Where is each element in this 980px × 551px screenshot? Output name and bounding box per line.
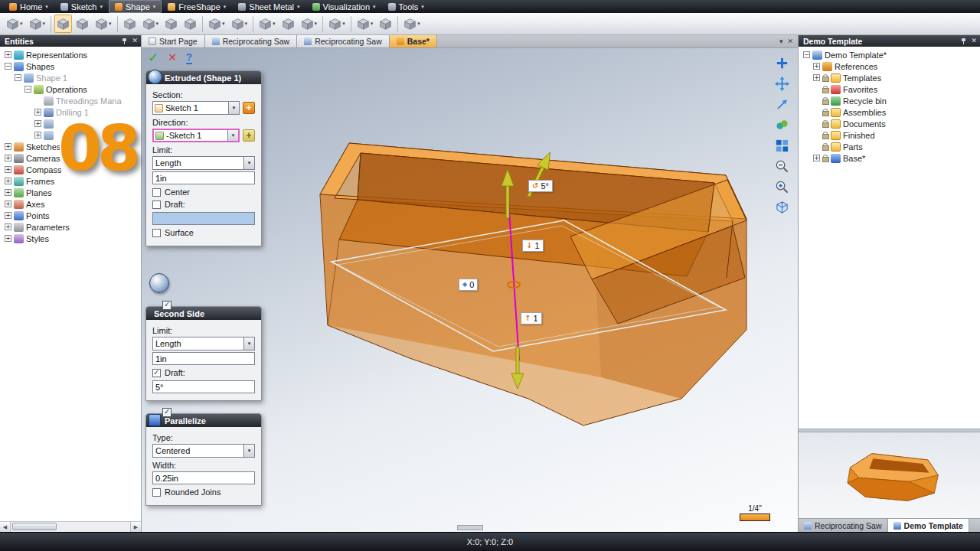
tool-button[interactable]: ▾ [54, 15, 72, 33]
viewport-3d[interactable]: ✓ ✕ ? Extruded (Shape 1) Section: [142, 48, 798, 532]
tool-button[interactable]: ▾ [253, 16, 253, 32]
display-mode-button[interactable] [773, 116, 790, 133]
tree-item[interactable]: Recycle bin [799, 95, 980, 106]
checkbox-checked[interactable] [152, 369, 161, 377]
second-side-enable-checkbox[interactable] [162, 301, 172, 310]
tree-expand-toggle[interactable]: + [5, 223, 11, 230]
project-tab[interactable]: Demo Template [888, 519, 969, 532]
tree-expand-toggle[interactable]: + [5, 235, 11, 242]
tree-item[interactable]: Threadings Mana [0, 95, 141, 106]
tree-expand-toggle[interactable]: + [5, 51, 11, 58]
dialog-header[interactable]: Extruded (Shape 1) [146, 71, 261, 84]
menu-item[interactable]: Visualization ▾ [306, 0, 382, 13]
tree-item[interactable]: − Demo Template* [799, 49, 980, 60]
tool-button[interactable]: ▾ [51, 16, 51, 32]
tool-button[interactable]: ▾ [401, 15, 423, 33]
tree-expand-toggle[interactable]: + [34, 120, 41, 127]
offset-handle-bottom[interactable]: ↑ 1 [521, 312, 542, 324]
flip-direction-button[interactable] [149, 273, 169, 293]
tool-button[interactable]: ▾ [397, 16, 398, 32]
scrollbar-thumb[interactable] [12, 523, 57, 530]
project-tab[interactable]: Reciprocating Saw [799, 519, 888, 532]
tree-item[interactable]: Parts [799, 141, 980, 152]
tree-expand-toggle[interactable]: + [5, 178, 11, 184]
tool-button[interactable]: ▾ [121, 15, 139, 33]
pan-button[interactable] [773, 75, 790, 92]
ok-button[interactable]: ✓ [148, 50, 158, 65]
tool-button[interactable]: ▾ [74, 15, 91, 33]
add-direction-button[interactable]: + [243, 129, 255, 142]
tree-item[interactable]: − Shape 1 [0, 72, 141, 83]
document-tab[interactable]: Reciprocating Saw [297, 35, 390, 47]
tree-expand-toggle[interactable]: − [5, 63, 11, 70]
tree-expand-toggle[interactable]: + [5, 166, 11, 173]
tree-item[interactable]: + Parameters [0, 221, 141, 233]
tree-expand-toggle[interactable]: + [5, 189, 11, 196]
tool-button[interactable]: ▾ [279, 15, 297, 33]
document-tab[interactable]: Base* [390, 35, 437, 47]
length-input[interactable] [152, 171, 255, 184]
help-button[interactable]: ? [186, 51, 192, 64]
close-document-icon[interactable]: ✕ [787, 37, 793, 45]
pin-icon[interactable] [960, 37, 967, 45]
checkbox[interactable] [152, 488, 161, 497]
tree-item[interactable]: Favorites [799, 83, 980, 95]
checkbox[interactable] [152, 229, 161, 237]
tree-item[interactable]: + Templates [799, 72, 980, 83]
tree-expand-toggle[interactable]: + [813, 63, 820, 70]
tool-button[interactable]: ▾ [140, 15, 162, 33]
tree-item[interactable]: + Planes [0, 187, 141, 198]
width-input[interactable] [152, 471, 255, 484]
scroll-right-icon[interactable]: ▶ [130, 522, 141, 532]
tree-expand-toggle[interactable]: + [5, 143, 11, 150]
tree-expand-toggle[interactable]: − [15, 74, 21, 81]
tree-item[interactable]: Documents [799, 118, 980, 129]
menu-item[interactable]: Sheet Metal ▾ [232, 0, 305, 13]
tree-item[interactable]: + Axes [0, 198, 141, 210]
draft-angle-handle[interactable]: ↺ 5° [528, 180, 553, 192]
chevron-down-icon[interactable]: ▾ [227, 130, 238, 141]
viewport-scroll-chip[interactable] [457, 525, 483, 530]
tool-button[interactable]: ▾ [354, 15, 376, 33]
draft-checkbox[interactable]: Draft: [152, 368, 255, 377]
checkbox[interactable] [152, 201, 161, 209]
scroll-left-icon[interactable]: ◀ [0, 522, 11, 532]
draft-checkbox[interactable]: Draft: [152, 200, 255, 209]
tree-expand-toggle[interactable]: + [813, 74, 820, 81]
draft-angle-input[interactable] [152, 380, 255, 393]
document-tab[interactable]: Reciprocating Saw [205, 35, 298, 47]
grid-view-button[interactable] [773, 137, 790, 154]
direction-combo[interactable]: -Sketch 1 ▾ [152, 129, 240, 142]
tree-item[interactable]: − Operations [0, 83, 141, 95]
pin-icon[interactable] [121, 37, 128, 45]
chevron-down-icon[interactable]: ▾ [243, 157, 254, 169]
tree-expand-toggle[interactable]: − [24, 86, 31, 93]
parallelize-enable-checkbox[interactable] [162, 408, 172, 417]
menu-item[interactable]: Shape ▾ [109, 0, 162, 13]
tree-item[interactable]: + Representations [0, 49, 141, 60]
zoom-in-button[interactable] [773, 178, 790, 195]
tree-item[interactable]: Finished [799, 129, 980, 141]
tool-button[interactable]: ▾ [202, 16, 203, 32]
section-combo[interactable]: Sketch 1 ▾ [152, 101, 240, 115]
tree-expand-toggle[interactable]: + [34, 109, 41, 116]
center-checkbox[interactable]: Center [152, 187, 255, 197]
offset-handle-zero[interactable]: ◆ 0 [459, 279, 478, 291]
tree-expand-toggle[interactable]: + [5, 201, 11, 207]
tool-button[interactable]: ▾ [322, 16, 323, 32]
tool-button[interactable]: ▾ [4, 15, 25, 33]
tree-expand-toggle[interactable]: + [5, 155, 11, 161]
type-combo[interactable]: Centered ▾ [152, 444, 255, 458]
tab-list-icon[interactable]: ▾ [779, 37, 783, 45]
tree-item[interactable]: + Points [0, 210, 141, 221]
cancel-button[interactable]: ✕ [168, 51, 177, 64]
checkbox[interactable] [152, 188, 161, 197]
close-icon[interactable]: ✕ [971, 37, 977, 44]
chevron-down-icon[interactable]: ▾ [243, 337, 254, 350]
tool-button[interactable]: ▾ [351, 16, 351, 32]
chevron-down-icon[interactable]: ▾ [228, 102, 239, 114]
tree-item[interactable]: + Base* [799, 152, 980, 164]
tree-expand-toggle[interactable]: − [803, 51, 810, 58]
limit-combo[interactable]: Length ▾ [152, 156, 255, 170]
tree-item[interactable]: + Styles [0, 233, 141, 244]
